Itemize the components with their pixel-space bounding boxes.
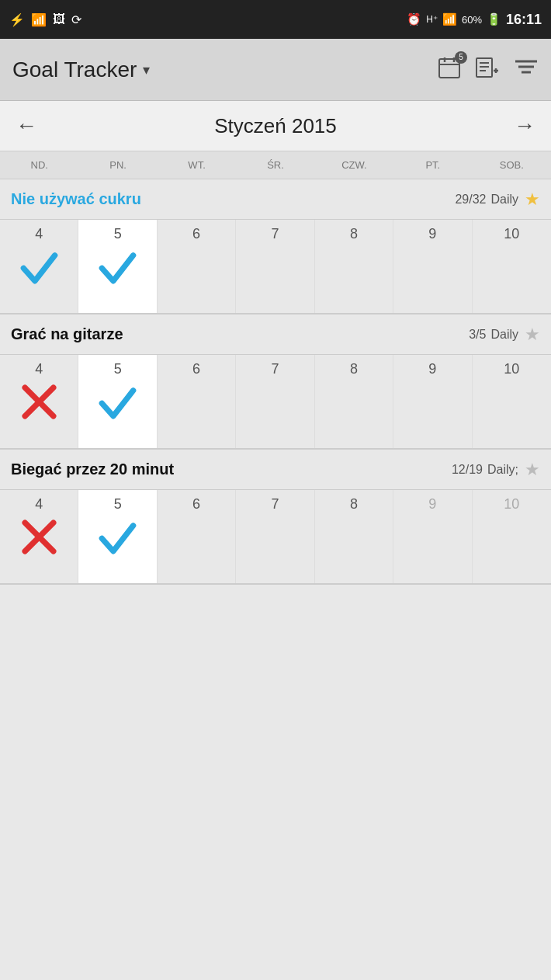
goal-header-1[interactable]: Nie używać cukru 29/32 Daily ★	[0, 179, 551, 220]
cross-icon	[18, 381, 61, 423]
goal-1-day-8[interactable]: 8	[315, 220, 393, 313]
goal-2-day-9[interactable]: 9	[393, 355, 472, 448]
day-num: 4	[35, 361, 43, 377]
day-num: 8	[350, 226, 358, 242]
status-bar: ⚡ 📶 🖼 ⟳ ⏰ H⁺ 📶 60% 🔋 16:11	[0, 0, 551, 39]
goal-name-1: Nie używać cukru	[11, 190, 455, 208]
battery-percent: 60%	[462, 14, 482, 26]
month-nav: ← Styczeń 2015 →	[0, 101, 551, 151]
check-icon	[96, 381, 139, 423]
day-header-sr: ŚR.	[236, 159, 314, 171]
day-header-czw: CZW.	[315, 159, 393, 171]
goal-2-day-cells: 4 5 6 7 8 9	[0, 355, 551, 450]
goal-star-2[interactable]: ★	[525, 325, 540, 345]
goals-container: Nie używać cukru 29/32 Daily ★ 4 5 6	[0, 179, 551, 585]
image-icon: 🖼	[53, 12, 65, 26]
goal-3-day-cells: 4 5 6 7 8 9	[0, 490, 551, 585]
day-num: 7	[271, 361, 279, 377]
day-num: 6	[192, 226, 200, 242]
calendar-badge: 5	[455, 51, 467, 64]
goal-star-3[interactable]: ★	[525, 460, 540, 480]
app-bar: Goal Tracker ▾ 5	[0, 39, 551, 101]
dropdown-arrow-icon[interactable]: ▾	[143, 61, 150, 78]
filter-button[interactable]	[514, 57, 539, 83]
goal-row-2: Grać na gitarze 3/5 Daily ★ 4 5 6	[0, 315, 551, 450]
goal-3-day-8[interactable]: 8	[315, 490, 393, 583]
usb-icon: ⚡	[9, 12, 25, 27]
check-icon	[96, 516, 139, 558]
goal-3-day-10[interactable]: 10	[473, 490, 551, 583]
goal-row-3: Biegać przez 20 minut 12/19 Daily; ★ 4 5…	[0, 450, 551, 585]
day-num: 9	[428, 496, 436, 513]
day-num: 6	[192, 361, 200, 377]
goal-freq-2: Daily	[490, 328, 518, 342]
prev-month-button[interactable]: ←	[16, 113, 37, 138]
day-num: 7	[271, 226, 279, 242]
goal-3-day-4[interactable]: 4	[0, 490, 78, 583]
add-goal-button[interactable]	[475, 55, 500, 85]
goal-3-day-5[interactable]: 5	[78, 490, 157, 583]
goal-header-3[interactable]: Biegać przez 20 minut 12/19 Daily; ★	[0, 450, 551, 490]
goal-1-day-6[interactable]: 6	[158, 220, 236, 313]
goal-2-day-6[interactable]: 6	[158, 355, 236, 448]
day-num: 5	[114, 496, 122, 513]
goal-progress-1: 29/32	[455, 193, 486, 207]
goal-star-1[interactable]: ★	[525, 189, 540, 210]
day-num: 4	[35, 496, 43, 513]
app-bar-icons: 5	[438, 55, 539, 85]
goal-1-day-4[interactable]: 4	[0, 220, 78, 313]
day-header-pn: PN.	[78, 159, 157, 171]
goal-progress-3: 12/19	[452, 463, 483, 477]
goal-2-day-5[interactable]: 5	[78, 355, 157, 448]
goal-freq-3: Daily;	[487, 463, 518, 477]
day-num: 8	[350, 496, 358, 513]
day-num: 8	[350, 361, 358, 377]
day-num: 5	[114, 226, 122, 242]
goal-1-day-10[interactable]: 10	[473, 220, 551, 313]
day-num: 9	[428, 361, 436, 377]
sync-icon: ⟳	[71, 12, 81, 27]
goal-1-day-9[interactable]: 9	[393, 220, 472, 313]
app-title: Goal Tracker	[12, 57, 137, 82]
data-indicator: H⁺	[426, 14, 438, 25]
goal-1-day-5[interactable]: 5	[78, 220, 157, 313]
filter-icon	[514, 57, 539, 78]
day-headers: ND. PN. WT. ŚR. CZW. PT. SOB.	[0, 151, 551, 179]
day-num: 10	[504, 496, 519, 513]
goal-name-2: Grać na gitarze	[11, 325, 469, 343]
check-icon	[96, 245, 139, 288]
goal-1-day-cells: 4 5 6 7 8 9	[0, 220, 551, 315]
status-right-icons: ⏰ H⁺ 📶 60% 🔋 16:11	[407, 12, 542, 28]
day-num: 10	[504, 361, 519, 377]
day-num: 10	[504, 226, 519, 242]
wifi-icon: 📶	[31, 12, 47, 27]
calendar-button[interactable]: 5	[438, 56, 461, 84]
goal-3-day-9[interactable]: 9	[393, 490, 472, 583]
goal-3-day-7[interactable]: 7	[236, 490, 314, 583]
status-left-icons: ⚡ 📶 🖼 ⟳	[9, 12, 81, 27]
goal-3-day-6[interactable]: 6	[158, 490, 236, 583]
add-list-icon	[475, 55, 500, 80]
day-num: 9	[428, 226, 436, 242]
app-title-row[interactable]: Goal Tracker ▾	[12, 57, 150, 82]
signal-icon: 📶	[442, 12, 457, 26]
day-header-pt: PT.	[393, 159, 472, 171]
day-num: 6	[192, 496, 200, 513]
goal-progress-2: 3/5	[469, 328, 486, 342]
alarm-icon: ⏰	[407, 12, 421, 26]
goal-2-day-7[interactable]: 7	[236, 355, 314, 448]
goal-row-1: Nie używać cukru 29/32 Daily ★ 4 5 6	[0, 179, 551, 315]
month-title: Styczeń 2015	[214, 114, 337, 138]
goal-header-2[interactable]: Grać na gitarze 3/5 Daily ★	[0, 315, 551, 355]
day-num: 5	[114, 361, 122, 377]
day-num: 7	[271, 496, 279, 513]
goal-2-day-10[interactable]: 10	[473, 355, 551, 448]
day-num: 4	[35, 226, 43, 242]
cross-icon	[18, 516, 61, 558]
goal-1-day-7[interactable]: 7	[236, 220, 314, 313]
goal-2-day-8[interactable]: 8	[315, 355, 393, 448]
goal-freq-1: Daily	[490, 193, 518, 207]
goal-2-day-4[interactable]: 4	[0, 355, 78, 448]
day-header-sob: SOB.	[473, 159, 551, 171]
next-month-button[interactable]: →	[514, 113, 535, 138]
